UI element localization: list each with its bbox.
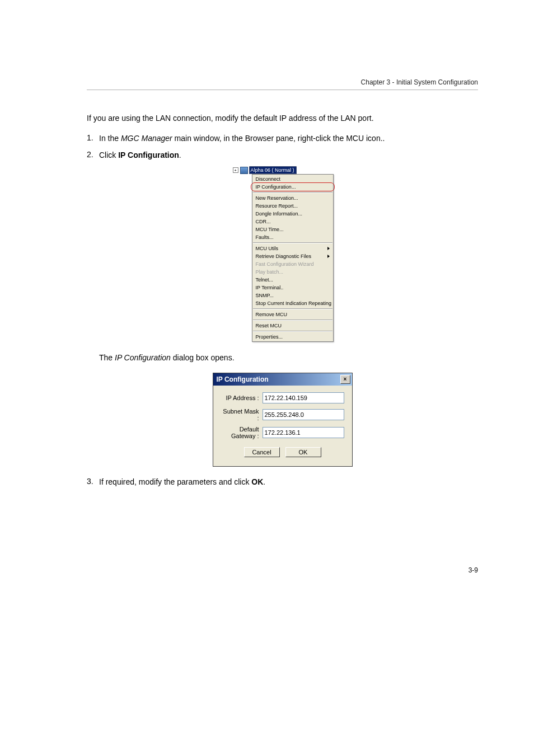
- ok-button[interactable]: OK: [285, 447, 321, 457]
- menu-separator: [253, 331, 332, 332]
- cancel-button[interactable]: Cancel: [244, 447, 280, 457]
- step-3: 3. If required, modify the parameters an…: [87, 477, 478, 488]
- menu-item[interactable]: Properties...: [252, 333, 333, 341]
- step-number: 2.: [87, 150, 99, 161]
- menu-item[interactable]: Telnet...: [252, 276, 333, 284]
- menu-item[interactable]: Dongle Information...: [252, 210, 333, 218]
- menu-item[interactable]: IP Terminal..: [252, 284, 333, 292]
- tree-expand-icon[interactable]: +: [233, 167, 238, 173]
- menu-item[interactable]: MCU Time...: [252, 226, 333, 233]
- menu-separator: [253, 192, 332, 193]
- submenu-arrow-icon: [327, 247, 330, 250]
- menu-item[interactable]: Resource Report...: [252, 202, 333, 210]
- menu-separator: [253, 242, 332, 243]
- menu-item[interactable]: Faults...: [252, 233, 333, 241]
- tree-node-label[interactable]: Alpha 06 ( Normal ): [249, 166, 297, 174]
- menu-item: Play batch...: [252, 268, 333, 276]
- subnet-mask-row: Subnet Mask :: [221, 408, 344, 421]
- menu-item[interactable]: Stop Current Indication Repeating: [252, 299, 333, 307]
- menu-item: Fast Configuration Wizard: [252, 260, 333, 268]
- close-icon[interactable]: ×: [340, 375, 350, 384]
- menu-item[interactable]: Disconnect: [252, 175, 333, 183]
- menu-item[interactable]: Remove MCU: [252, 311, 333, 318]
- menu-item[interactable]: New Reservation...: [252, 194, 333, 202]
- menu-item[interactable]: MCU Utils: [252, 245, 333, 252]
- step-number: 1.: [87, 133, 99, 144]
- chapter-header: Chapter 3 - Initial System Configuration: [87, 78, 478, 86]
- subnet-mask-field[interactable]: [263, 409, 344, 420]
- dialog-title: IP Configuration: [217, 375, 269, 383]
- ip-address-field[interactable]: [263, 392, 344, 403]
- dialog-titlebar: IP Configuration ×: [213, 373, 352, 386]
- step-1: 1. In the MGC Manager main window, in th…: [87, 133, 478, 144]
- menu-item[interactable]: SNMP...: [252, 292, 333, 299]
- menu-item-ip-configuration[interactable]: IP Configuration...: [252, 183, 333, 191]
- default-gateway-row: Default Gateway :: [221, 426, 344, 439]
- step-text: In the MGC Manager main window, in the B…: [99, 133, 478, 144]
- step-text: If required, modify the parameters and c…: [99, 477, 478, 488]
- menu-item[interactable]: Retrieve Diagnostic Files: [252, 252, 333, 260]
- step-2: 2. Click IP Configuration.: [87, 150, 478, 161]
- menu-item[interactable]: Reset MCU: [252, 322, 333, 330]
- step-text: Click IP Configuration.: [99, 150, 478, 161]
- context-menu-figure: + Alpha 06 ( Normal ) DisconnectIP Confi…: [233, 166, 332, 342]
- mcu-icon[interactable]: [240, 167, 248, 174]
- menu-separator: [253, 320, 332, 321]
- ip-configuration-dialog: IP Configuration × IP Address : Subnet M…: [213, 373, 353, 467]
- submenu-arrow-icon: [327, 255, 330, 258]
- default-gateway-field[interactable]: [263, 427, 344, 438]
- context-menu: DisconnectIP Configuration...New Reserva…: [252, 174, 334, 342]
- field-label: IP Address :: [221, 395, 263, 401]
- menu-separator: [253, 308, 332, 309]
- header-rule: [87, 90, 478, 90]
- step-number: 3.: [87, 477, 99, 488]
- ip-address-row: IP Address :: [221, 392, 344, 403]
- field-label: Default Gateway :: [221, 426, 263, 439]
- field-label: Subnet Mask :: [221, 408, 263, 421]
- tree-node[interactable]: + Alpha 06 ( Normal ): [233, 166, 332, 174]
- dialog-opens-text: The IP Configuration dialog box opens.: [99, 352, 478, 364]
- page-number: 3-9: [87, 566, 478, 574]
- menu-item[interactable]: CDR...: [252, 218, 333, 226]
- intro-paragraph: If you are using the LAN connection, mod…: [87, 112, 478, 124]
